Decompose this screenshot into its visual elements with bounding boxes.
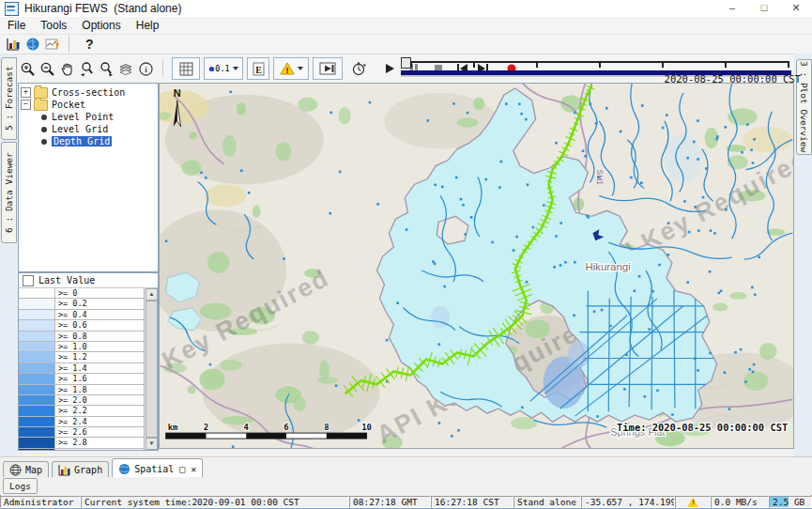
title-bar: Hikurangi FEWS (Stand alone) – □ ✕ xyxy=(0,0,812,17)
status-download-rate: 0.0 MB/s xyxy=(711,496,769,508)
scroll-up-icon[interactable]: ▲ xyxy=(146,288,158,301)
legend-row[interactable]: >= 1.0 xyxy=(19,342,145,352)
status-memory[interactable]: 2.5 GB xyxy=(769,496,812,508)
legend-color-swatch xyxy=(19,395,55,405)
menu-options[interactable]: Options xyxy=(74,18,128,33)
legend-row[interactable]: >= 0 xyxy=(19,288,145,299)
legend-row[interactable]: >= 0.2 xyxy=(19,299,145,309)
map-canvas[interactable]: API Key RequiredAPI Key RequiredAPI Key … xyxy=(160,84,793,448)
legend-row[interactable]: >= 1.8 xyxy=(19,385,145,395)
legend-class-label: >= 1.8 xyxy=(55,385,87,394)
legend-panel: Last Value >= 0>= 0.2>= 0.4>= 0.6>= 0.8>… xyxy=(18,272,159,451)
tab-graph[interactable]: Graph xyxy=(52,461,109,478)
tree-leaf-level-grid[interactable]: Level Grid xyxy=(19,123,158,135)
maximize-button[interactable]: □ xyxy=(748,0,780,17)
last-value-checkbox[interactable] xyxy=(23,275,34,286)
current-time-label: 2020-08-25 00:00:00 CST xyxy=(665,73,801,85)
bottom-tab-bar: Map Graph Spatial □ ✕ xyxy=(0,456,812,478)
zoom-next-icon[interactable] xyxy=(98,60,115,78)
status-warning-cell[interactable] xyxy=(675,496,711,508)
close-button[interactable]: ✕ xyxy=(780,0,812,17)
scale-dropdown[interactable]: 0.1 xyxy=(204,57,243,80)
warning-dropdown[interactable]: ! xyxy=(273,57,309,80)
legend-row[interactable]: >= 2.0 xyxy=(19,395,145,406)
tree-leaf-depth-grid[interactable]: Depth Grid xyxy=(19,135,158,147)
status-system-time: Current system time:2020-09-01 00:00 CST xyxy=(81,496,349,508)
svg-text:4: 4 xyxy=(244,423,249,432)
legend-row[interactable]: >= 0.4 xyxy=(19,310,145,320)
logs-row: Logs xyxy=(0,477,812,495)
legend-row[interactable]: >= 0.8 xyxy=(19,332,145,342)
legend-class-label: >= 0.4 xyxy=(55,310,87,319)
legend-row[interactable]: >= 1.2 xyxy=(19,352,145,362)
spatial-globe-icon xyxy=(118,463,130,475)
data-viewer-panel: + Cross-section − Pocket Level Point Lev… xyxy=(17,83,159,449)
legend-row[interactable]: >= 0.6 xyxy=(19,320,145,331)
legend-row[interactable]: >= 2.4 xyxy=(19,417,145,427)
menu-tools[interactable]: Tools xyxy=(33,18,74,33)
menu-bar: File Tools Options Help xyxy=(0,17,812,35)
legend-scrollbar[interactable]: ▲ ▼ xyxy=(144,288,158,450)
play-icon[interactable] xyxy=(380,60,398,78)
map-time-label: Time: 2020-08-25 00:00:00 CST xyxy=(617,422,788,433)
restore-panel-icon[interactable]: □ xyxy=(179,464,185,474)
legend-color-swatch xyxy=(19,320,55,330)
app-logo-icon xyxy=(5,2,19,16)
layers-icon[interactable] xyxy=(117,60,135,78)
svg-text:i: i xyxy=(145,65,147,74)
status-bar: Administrator Current system time:2020-0… xyxy=(0,495,812,509)
legend-row[interactable]: >= 2.6 xyxy=(19,427,145,438)
info-icon[interactable]: i xyxy=(137,60,155,78)
collapse-icon[interactable]: − xyxy=(21,100,31,110)
close-panel-icon[interactable]: ✕ xyxy=(191,464,196,474)
expand-icon[interactable]: + xyxy=(21,87,31,98)
legend-row[interactable]: >= 1.6 xyxy=(19,374,145,384)
filter-tree: + Cross-section − Pocket Level Point Lev… xyxy=(18,83,159,272)
legend-color-swatch xyxy=(19,449,55,450)
tab-map[interactable]: Map xyxy=(3,461,49,478)
legend-row[interactable]: >= 2.2 xyxy=(19,406,145,416)
svg-text:2: 2 xyxy=(204,423,208,432)
legend-row[interactable]: >= 3.0 xyxy=(19,449,145,450)
minimize-button[interactable]: – xyxy=(716,0,748,17)
menu-file[interactable]: File xyxy=(0,18,33,33)
legend-row[interactable]: >= 1.4 xyxy=(19,363,145,374)
tree-node-pocket[interactable]: − Pocket xyxy=(19,99,158,111)
explorer-icon[interactable] xyxy=(4,36,22,54)
window-title: Hikurangi FEWS (Stand alone) xyxy=(24,2,181,15)
tab-spatial[interactable]: Spatial □ ✕ xyxy=(112,458,203,478)
node-bullet-icon xyxy=(41,115,47,120)
scroll-down-icon[interactable]: ▼ xyxy=(146,438,158,450)
legend-color-swatch xyxy=(19,299,55,308)
svg-text:E: E xyxy=(255,64,262,74)
legend-color-swatch xyxy=(19,288,55,298)
menu-help[interactable]: Help xyxy=(129,18,167,33)
legend-color-swatch xyxy=(19,438,55,447)
tree-leaf-level-point[interactable]: Level Point xyxy=(19,111,158,123)
legend-class-table: >= 0>= 0.2>= 0.4>= 0.6>= 0.8>= 1.0>= 1.2… xyxy=(19,288,145,450)
map-display-icon[interactable] xyxy=(23,36,41,54)
zoom-out-icon[interactable] xyxy=(38,60,56,78)
movie-icon[interactable] xyxy=(313,57,343,80)
legend-row[interactable]: >= 2.8 xyxy=(19,438,145,448)
town-label: Hikurangi xyxy=(585,261,630,272)
legend-class-label: >= 1.6 xyxy=(55,374,87,383)
timer-icon[interactable] xyxy=(350,60,368,78)
logs-button[interactable]: Logs xyxy=(3,478,38,494)
pan-icon[interactable] xyxy=(58,60,76,78)
tab-forecast[interactable]: 5 : Forecast xyxy=(1,57,17,140)
grid-icon[interactable] xyxy=(172,57,200,80)
zoom-in-icon[interactable] xyxy=(19,60,37,78)
zoom-previous-icon[interactable] xyxy=(78,60,96,78)
map-view[interactable]: API Key RequiredAPI Key RequiredAPI Key … xyxy=(159,83,794,449)
legend-class-label: >= 2.4 xyxy=(55,417,87,426)
legend-color-swatch xyxy=(19,342,55,351)
status-coordinates: -35.657 , 174.199 xyxy=(581,496,675,508)
scrollbar-thumb[interactable] xyxy=(146,301,158,438)
help-icon[interactable]: ? xyxy=(85,37,94,52)
tab-data-viewer[interactable]: 6 : Data Viewer xyxy=(1,142,17,243)
warning-icon xyxy=(687,498,698,507)
timeseries-display-icon[interactable] xyxy=(43,36,61,54)
legend-e-icon[interactable]: E xyxy=(247,57,269,80)
svg-text:10: 10 xyxy=(361,423,372,432)
